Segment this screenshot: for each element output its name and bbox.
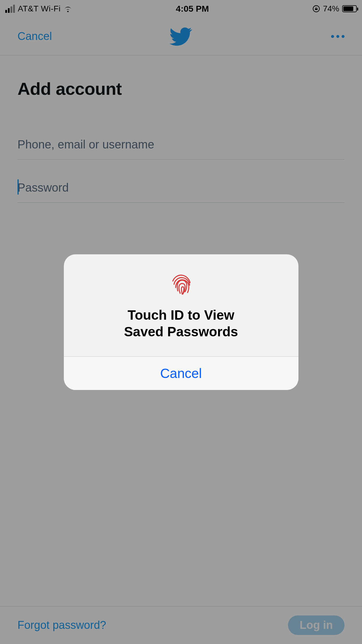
alert-title-line1: Touch ID to View — [128, 307, 234, 323]
touch-id-alert: Touch ID to View Saved Passwords Cancel — [64, 254, 298, 390]
modal-overlay: Touch ID to View Saved Passwords Cancel — [0, 0, 362, 644]
alert-title: Touch ID to View Saved Passwords — [81, 307, 281, 340]
alert-body: Touch ID to View Saved Passwords — [64, 254, 298, 356]
alert-cancel-button[interactable]: Cancel — [64, 357, 298, 390]
fingerprint-icon — [168, 270, 194, 297]
alert-title-line2: Saved Passwords — [124, 324, 238, 339]
